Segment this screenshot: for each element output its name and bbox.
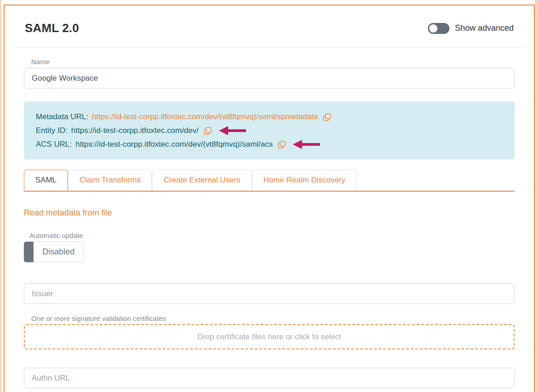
annotation-arrow-icon <box>292 138 321 150</box>
acs-url-line: ACS URL: https://id-test-corpp.itfoxtec.… <box>36 138 503 151</box>
card-header: SAML 2.0 Show advanced <box>24 21 515 35</box>
toggle-knob <box>429 24 437 33</box>
header-divider <box>12 47 526 48</box>
copy-icon[interactable] <box>323 113 331 121</box>
show-advanced-toggle[interactable] <box>428 23 449 34</box>
tab-home-realm-discovery[interactable]: Home Realm Discovery <box>252 170 357 191</box>
issuer-input[interactable] <box>24 283 515 304</box>
dropzone-text: Drop certificate files here or click to … <box>197 332 342 342</box>
entity-id-value: https://id-test-corpp.itfoxtec.com/dev/ <box>71 124 199 138</box>
tab-create-external-users[interactable]: Create External Users <box>152 170 252 191</box>
certificates-label: One or more signature validation certifi… <box>31 315 515 322</box>
metadata-url-label: Metadata URL: <box>36 110 88 124</box>
tab-claim-transforms[interactable]: Claim Transforms <box>68 170 152 191</box>
authn-url-input[interactable] <box>24 368 515 388</box>
automatic-update-label: Automatic update <box>29 232 515 239</box>
metadata-url-link[interactable]: https://id-test-corpp.itfoxtec.com/dev/(… <box>92 110 318 124</box>
certificate-dropzone[interactable]: Drop certificate files here or click to … <box>24 324 515 349</box>
name-label: Name <box>31 58 515 66</box>
read-metadata-from-file-link[interactable]: Read metadata from file <box>24 208 112 218</box>
annotation-arrow-icon <box>219 125 247 137</box>
metadata-url-line: Metadata URL: https://id-test-corpp.itfo… <box>36 110 503 124</box>
outer-frame-right <box>535 0 538 392</box>
show-advanced-label: Show advanced <box>455 23 514 33</box>
certificates-group: One or more signature validation certifi… <box>24 315 515 349</box>
tab-saml[interactable]: SAML <box>24 170 68 191</box>
authn-url-field-group <box>24 368 515 388</box>
name-field-group: Name <box>24 58 515 88</box>
saml-endpoints-info-box: Metadata URL: https://id-test-corpp.itfo… <box>24 101 515 160</box>
acs-url-label: ACS URL: <box>36 138 72 151</box>
name-input[interactable] <box>24 68 515 88</box>
issuer-field-group <box>24 283 515 304</box>
acs-url-value: https://id-test-corpp.itfoxtec.com/dev/(… <box>75 138 273 151</box>
automatic-update-group: Automatic update Disabled <box>24 232 515 262</box>
outer-frame-left <box>0 0 1 392</box>
entity-id-label: Entity ID: <box>36 124 67 138</box>
toggle-handle <box>24 242 34 262</box>
saml-config-card: SAML 2.0 Show advanced Name Metadata URL… <box>4 5 535 392</box>
page-title: SAML 2.0 <box>25 21 79 35</box>
config-tabs: SAML Claim Transforms Create External Us… <box>24 170 515 192</box>
copy-icon[interactable] <box>277 140 286 149</box>
automatic-update-toggle[interactable]: Disabled <box>24 242 84 262</box>
show-advanced-control: Show advanced <box>428 23 514 34</box>
automatic-update-state: Disabled <box>34 242 84 262</box>
copy-icon[interactable] <box>203 127 212 135</box>
entity-id-line: Entity ID: https://id-test-corpp.itfoxte… <box>36 124 503 138</box>
